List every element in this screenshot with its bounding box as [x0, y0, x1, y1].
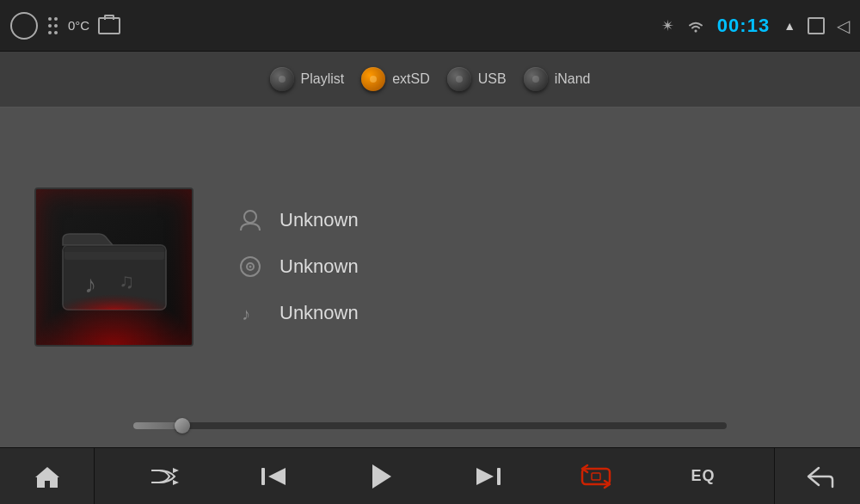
next-icon [475, 464, 502, 489]
tab-usb[interactable]: USB [447, 67, 507, 91]
image-icon [98, 17, 120, 34]
artist-value: Unknown [280, 209, 359, 231]
svg-rect-13 [497, 468, 501, 485]
svg-rect-6 [63, 245, 166, 252]
bottom-controls: EQ [0, 447, 860, 504]
tab-playlist-label: Playlist [301, 71, 345, 87]
eq-label: EQ [691, 467, 715, 485]
svg-rect-2 [64, 247, 164, 260]
tab-playlist-radio [270, 67, 294, 91]
svg-text:♪: ♪ [242, 304, 250, 323]
svg-rect-12 [261, 468, 265, 485]
play-button[interactable] [359, 455, 402, 498]
artist-row: Unknown [236, 206, 826, 234]
home-icon [33, 464, 62, 489]
play-icon [369, 463, 393, 490]
window-icon [808, 17, 825, 34]
track-info: Unknown Unknown ♪ [236, 206, 826, 327]
home-button[interactable] [0, 448, 95, 504]
title-row: ♪ Unknown [236, 299, 826, 327]
svg-rect-1 [63, 245, 166, 310]
bluetooth-icon: ✴ [661, 16, 674, 35]
prev-icon [260, 464, 287, 489]
source-tabs: Playlist extSD USB iNand [0, 52, 860, 108]
svg-text:♪: ♪ [84, 271, 96, 298]
temperature-display: 0°C [68, 18, 89, 33]
back-icon [802, 463, 834, 490]
tab-playlist[interactable]: Playlist [270, 67, 345, 91]
svg-rect-15 [592, 473, 600, 480]
tab-inand[interactable]: iNand [524, 67, 591, 91]
status-bar: 0°C ✴ 00:13 ▲ ◁ [0, 0, 860, 52]
player-area: ♪ ♫ [0, 108, 860, 447]
svg-point-0 [694, 29, 697, 32]
time-display: 00:13 [717, 15, 770, 37]
tab-extsd-radio [361, 67, 385, 91]
progress-fill [133, 422, 181, 429]
status-left: 0°C [10, 12, 661, 40]
back-nav-icon[interactable]: ◁ [837, 15, 850, 36]
playback-controls: EQ [95, 448, 774, 504]
album-art-inner: ♪ ♫ [36, 189, 192, 345]
album-row: Unknown [236, 253, 826, 280]
shuffle-icon [150, 465, 181, 488]
svg-point-10 [249, 266, 252, 268]
tab-extsd-label: extSD [392, 71, 430, 87]
circle-icon [10, 12, 38, 40]
shuffle-button[interactable] [144, 455, 187, 498]
repeat-button[interactable] [574, 455, 617, 498]
repeat-icon [580, 464, 611, 489]
prev-button[interactable] [252, 455, 295, 498]
progress-track [133, 422, 727, 429]
tab-inand-radio [524, 67, 548, 91]
music-note-icon: ♪ [236, 299, 264, 327]
album-art: ♪ ♫ [34, 187, 194, 347]
progress-thumb[interactable] [175, 418, 190, 433]
artist-icon [236, 206, 264, 234]
main-area: Playlist extSD USB iNand [0, 52, 860, 447]
title-value: Unknown [280, 302, 359, 324]
svg-text:♫: ♫ [119, 269, 134, 292]
eq-button[interactable]: EQ [682, 455, 725, 498]
tab-usb-label: USB [478, 71, 507, 87]
eject-icon: ▲ [783, 19, 796, 33]
progress-container[interactable] [133, 417, 727, 434]
wifi-icon [686, 19, 705, 33]
status-right: ✴ 00:13 ▲ ◁ [661, 15, 850, 37]
next-button[interactable] [467, 455, 510, 498]
back-button[interactable] [774, 448, 860, 504]
player-content: ♪ ♫ [34, 125, 826, 409]
menu-icon [46, 15, 59, 36]
tab-usb-radio [447, 67, 471, 91]
svg-rect-5 [63, 284, 166, 310]
album-icon [236, 253, 264, 280]
album-value: Unknown [280, 255, 359, 278]
tab-inand-label: iNand [555, 71, 591, 87]
tab-extsd[interactable]: extSD [361, 67, 430, 91]
folder-music-icon: ♪ ♫ [54, 215, 175, 318]
svg-point-7 [244, 211, 256, 223]
